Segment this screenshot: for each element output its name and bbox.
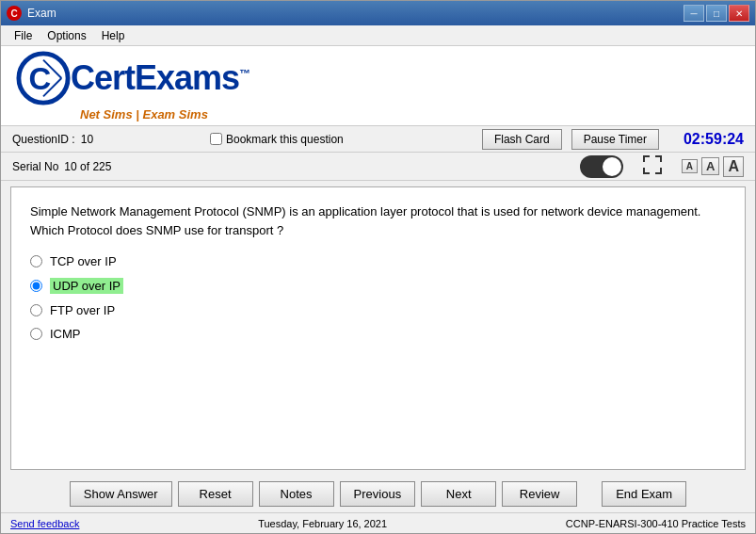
option-2-radio[interactable]	[30, 280, 42, 292]
close-button[interactable]: ✕	[729, 5, 749, 22]
title-bar-left: C Exam	[7, 6, 56, 21]
toggle-switch[interactable]	[580, 155, 623, 178]
menu-options[interactable]: Options	[40, 27, 93, 43]
font-size-large-button[interactable]: A	[723, 156, 744, 177]
serial-value: 10 of 225	[64, 160, 111, 173]
menu-help[interactable]: Help	[94, 27, 133, 43]
pause-timer-button[interactable]: Pause Timer	[571, 129, 659, 150]
info-bar-row1: QuestionID : 10 Bookmark this question F…	[1, 126, 755, 153]
font-size-medium-button[interactable]: A	[701, 157, 719, 175]
next-button[interactable]: Next	[421, 481, 496, 507]
serial-label: Serial No	[12, 160, 58, 173]
flash-card-button[interactable]: Flash Card	[482, 129, 562, 150]
status-exam: CCNP-ENARSI-300-410 Practice Tests	[566, 518, 746, 529]
logo-tagline: Net Sims | Exam Sims	[80, 107, 249, 121]
app-icon: C	[7, 6, 22, 21]
brand-exams: Exams	[135, 58, 239, 97]
toggle-knob	[603, 157, 621, 176]
question-text: Simple Network Management Protocol (SNMP…	[30, 202, 726, 239]
toggle-area	[580, 155, 623, 178]
option-4-label: ICMP	[50, 327, 81, 341]
minimize-button[interactable]: ─	[684, 5, 704, 22]
option-3-radio[interactable]	[30, 304, 42, 316]
timer-display: 02:59:24	[668, 131, 744, 148]
window-controls: ─ □ ✕	[684, 5, 749, 22]
bookmark-label: Bookmark this question	[226, 133, 344, 146]
font-size-buttons: A A A	[682, 156, 744, 177]
bookmark-checkbox[interactable]	[210, 133, 222, 145]
brand-tm: ™	[239, 67, 249, 80]
window-title: Exam	[27, 7, 56, 20]
title-bar: C Exam ─ □ ✕	[1, 1, 755, 25]
end-exam-button[interactable]: End Exam	[602, 481, 686, 507]
option-4[interactable]: ICMP	[30, 327, 726, 341]
expand-icon[interactable]	[642, 154, 663, 179]
svg-text:C: C	[29, 60, 52, 95]
option-4-radio[interactable]	[30, 328, 42, 340]
reset-button[interactable]: Reset	[178, 481, 253, 507]
expand-svg	[642, 154, 663, 175]
option-1-radio[interactable]	[30, 255, 42, 267]
options-list: TCP over IP UDP over IP FTP over IP ICMP	[30, 254, 726, 341]
option-1-label: TCP over IP	[50, 254, 117, 268]
serial-area: Serial No 10 of 225	[12, 160, 201, 173]
show-answer-button[interactable]: Show Answer	[70, 481, 172, 507]
info-bar-row2: Serial No 10 of 225 A	[1, 153, 755, 181]
notes-button[interactable]: Notes	[259, 481, 334, 507]
question-id-area: QuestionID : 10	[12, 133, 201, 146]
previous-button[interactable]: Previous	[340, 481, 416, 507]
question-id-label: QuestionID :	[12, 133, 75, 146]
option-1[interactable]: TCP over IP	[30, 254, 726, 268]
menu-file[interactable]: File	[7, 27, 40, 43]
row2-right: A A A	[210, 154, 744, 179]
logo-area: C CertExams™ Net Sims | Exam Sims	[1, 46, 755, 126]
footer-buttons: Show Answer Reset Notes Previous Next Re…	[1, 476, 755, 512]
logo-container: C CertExams™ Net Sims | Exam Sims	[16, 51, 249, 121]
logo-main: C CertExams™	[16, 51, 249, 105]
logo-svg: C	[16, 51, 71, 105]
status-bar: Send feedback Tuesday, February 16, 2021…	[1, 512, 755, 533]
question-area: Simple Network Management Protocol (SNMP…	[10, 186, 746, 470]
status-date: Tuesday, February 16, 2021	[79, 518, 565, 529]
bookmark-area: Bookmark this question	[210, 133, 473, 146]
send-feedback-link[interactable]: Send feedback	[10, 518, 79, 529]
main-window: C Exam ─ □ ✕ File Options Help C	[0, 0, 756, 534]
option-3[interactable]: FTP over IP	[30, 303, 726, 317]
option-2-label: UDP over IP	[50, 278, 123, 294]
option-2[interactable]: UDP over IP	[30, 278, 726, 294]
question-id-value: 10	[81, 133, 93, 146]
review-button[interactable]: Review	[502, 481, 577, 507]
menu-bar: File Options Help	[1, 25, 755, 46]
option-3-label: FTP over IP	[50, 303, 115, 317]
restore-button[interactable]: □	[706, 5, 727, 22]
font-size-small-button[interactable]: A	[682, 159, 698, 173]
brand-cert: Cert	[71, 58, 135, 97]
logo-text: CertExams™	[71, 61, 249, 95]
